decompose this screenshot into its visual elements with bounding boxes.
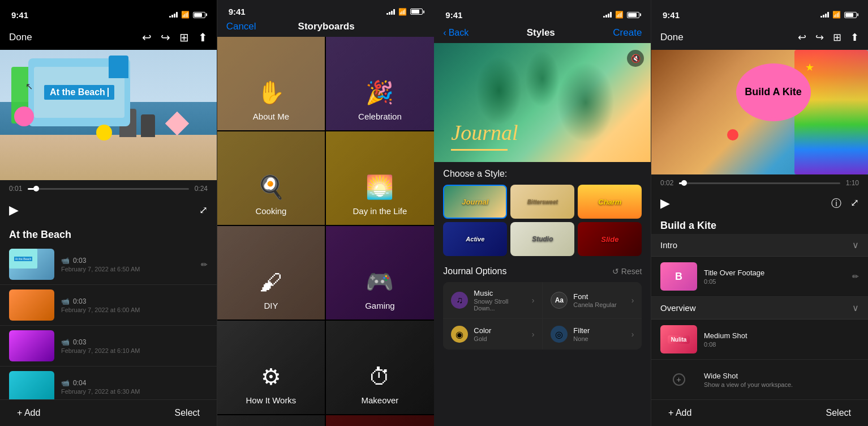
s3-bar-4 <box>610 12 612 18</box>
star-decoration-1: ★ <box>805 61 814 74</box>
s4-bar-4 <box>827 12 829 18</box>
section-header-overview[interactable]: Overview ∨ <box>651 297 868 320</box>
grid-item-film[interactable]: 🎬 Film <box>326 415 434 426</box>
color-label: Color <box>474 326 526 335</box>
status-time-3: 9:41 <box>445 10 462 20</box>
nav-bar-4: Done ↩ ↪ ⊞ ⬆ <box>651 25 868 50</box>
layout-icon-4[interactable]: ⊞ <box>833 31 841 44</box>
grid-item-qa[interactable]: ❓ Q&A <box>217 415 325 426</box>
clip-date-3: February 7, 2022 at 6:10 AM <box>61 347 208 354</box>
medium-shot-1-label: Medium Shot <box>704 331 859 340</box>
sections-list-4: Intro ∨ B Title Over Footage 0:05 ✏ <box>651 234 868 399</box>
grid-item-gaming[interactable]: 🎮 Gaming <box>326 226 434 320</box>
grid-item-how-it-works[interactable]: ⚙ How It Works <box>217 321 325 414</box>
filter-label: Filter <box>573 326 625 335</box>
add-button-4[interactable]: + Add <box>668 408 691 418</box>
clip-info-4: 📹 0:04 February 7, 2022 at 6:30 AM <box>61 379 208 395</box>
medium-shot-1-info: Medium Shot 0:08 <box>704 331 859 348</box>
styles-hero: Journal 🔇 <box>434 43 651 162</box>
progress-track-4[interactable] <box>679 182 840 184</box>
clip-item-2[interactable]: 📹 0:03 February 7, 2022 at 6:00 AM <box>0 285 217 326</box>
style-studio[interactable]: Studio <box>510 222 574 256</box>
fullscreen-button-4[interactable]: ⤢ <box>850 197 859 210</box>
info-button-4[interactable]: ⓘ <box>831 197 841 210</box>
status-bar-3: 9:41 📶 <box>434 0 651 25</box>
style-journal[interactable]: Journal <box>443 185 507 219</box>
clip-video-icon-4: 📹 <box>61 379 70 387</box>
status-bar-1: 9:41 📶 <box>0 0 217 25</box>
section-item-medium-shot-1[interactable]: Nulita Medium Shot 0:08 <box>651 320 868 360</box>
clip-item-1[interactable]: At the Beach 📹 0:03 February 7, 2022 at … <box>0 244 217 285</box>
undo-icon-4[interactable]: ↩ <box>798 31 806 44</box>
speech-bubble-text: Build A Kite <box>745 86 802 99</box>
medium-shot-1-sub: 0:08 <box>704 341 859 348</box>
select-button-4[interactable]: Select <box>826 408 851 418</box>
style-charm[interactable]: Charm <box>578 185 642 219</box>
plus-icon-workspace[interactable]: + <box>673 373 685 386</box>
mini-title-1: At the Beach <box>14 257 33 261</box>
grid-item-cooking[interactable]: 🍳 Cooking <box>217 131 325 225</box>
option-music[interactable]: ♫ Music Snowy Stroll Down... › <box>443 282 542 318</box>
video-title-box: At the Beach <box>44 85 114 100</box>
project-title-1: At the Beach <box>0 223 217 244</box>
signal-bars-2 <box>386 9 395 15</box>
about-me-label: About Me <box>253 112 289 121</box>
options-header: Journal Options ↺ Reset <box>443 266 642 276</box>
cancel-button[interactable]: Cancel <box>226 21 256 32</box>
play-button-1[interactable]: ▶ <box>9 203 19 218</box>
option-filter[interactable]: ◎ Filter None › <box>543 319 642 350</box>
select-button-1[interactable]: Select <box>175 408 200 418</box>
battery-icon-4 <box>844 12 857 18</box>
progress-track-1[interactable] <box>28 188 188 190</box>
back-button[interactable]: ‹ Back <box>443 28 469 38</box>
grid-item-makeover[interactable]: ⏱ Makeover <box>326 321 434 414</box>
person-silhouette-2 <box>141 114 155 137</box>
grid-item-about-me[interactable]: ✋ About Me <box>217 37 325 130</box>
style-slide[interactable]: Slide <box>578 222 642 256</box>
cooking-icon: 🍳 <box>257 174 285 201</box>
add-button-1[interactable]: + Add <box>17 408 40 418</box>
controls-bar-1: ▶ ⤢ <box>0 197 217 223</box>
clip-info-1: 📹 0:03 February 7, 2022 at 6:50 AM <box>61 257 194 272</box>
section-item-title-footage[interactable]: B Title Over Footage 0:05 ✏ <box>651 257 868 297</box>
create-button[interactable]: Create <box>613 27 642 39</box>
done-button-4[interactable]: Done <box>660 32 684 43</box>
section-header-intro[interactable]: Intro ∨ <box>651 234 868 257</box>
reset-button[interactable]: ↺ Reset <box>612 267 642 276</box>
nulita-thumb: Nulita <box>660 325 697 353</box>
fullscreen-button-1[interactable]: ⤢ <box>199 204 208 216</box>
redo-icon-1[interactable]: ↪ <box>161 31 170 44</box>
style-active[interactable]: Active <box>443 222 507 256</box>
redo-icon-4[interactable]: ↪ <box>815 31 824 44</box>
option-font[interactable]: Aa Font Canela Regular › <box>543 282 642 318</box>
status-time-2: 9:41 <box>229 7 246 16</box>
play-button-4[interactable]: ▶ <box>660 196 670 211</box>
grid-item-day-in-life[interactable]: 🌅 Day in the Life <box>326 131 434 225</box>
s2-bar-4 <box>393 9 395 15</box>
grid-item-diy[interactable]: 🖌 DIY <box>217 226 325 320</box>
status-icons-3: 📶 <box>603 11 639 19</box>
share-icon-4[interactable]: ⬆ <box>850 31 859 44</box>
grid-item-celebration[interactable]: 🎉 Celebration <box>326 37 434 130</box>
color-value: Gold <box>474 335 526 342</box>
controls-bar-4: ▶ ⓘ ⤢ <box>651 191 868 215</box>
layout-icon-1[interactable]: ⊞ <box>179 31 189 44</box>
signal-bars-1 <box>169 12 178 18</box>
style-bittersweet[interactable]: Bittersweet <box>510 185 574 219</box>
clip-thumb-4 <box>9 371 54 399</box>
option-color[interactable]: ◉ Color Gold › <box>443 319 542 350</box>
title-footage-edit[interactable]: ✏ <box>852 272 859 281</box>
status-time-4: 9:41 <box>663 10 680 20</box>
color-icon: ◉ <box>451 326 468 343</box>
undo-icon-1[interactable]: ↩ <box>142 31 152 44</box>
share-icon-1[interactable]: ⬆ <box>198 31 208 44</box>
s3-bar-1 <box>603 16 605 18</box>
clip-edit-1[interactable]: ✏ <box>201 260 208 269</box>
font-icon: Aa <box>551 292 568 309</box>
done-button-1[interactable]: Done <box>9 32 32 43</box>
clip-item-3[interactable]: 📹 0:03 February 7, 2022 at 6:10 AM <box>0 326 217 367</box>
clip-item-4[interactable]: 📹 0:04 February 7, 2022 at 6:30 AM <box>0 367 217 399</box>
filter-icon: ◎ <box>551 326 568 343</box>
clip-duration-1: 0:03 <box>73 257 86 265</box>
clip-date-2: February 7, 2022 at 6:00 AM <box>61 306 208 313</box>
